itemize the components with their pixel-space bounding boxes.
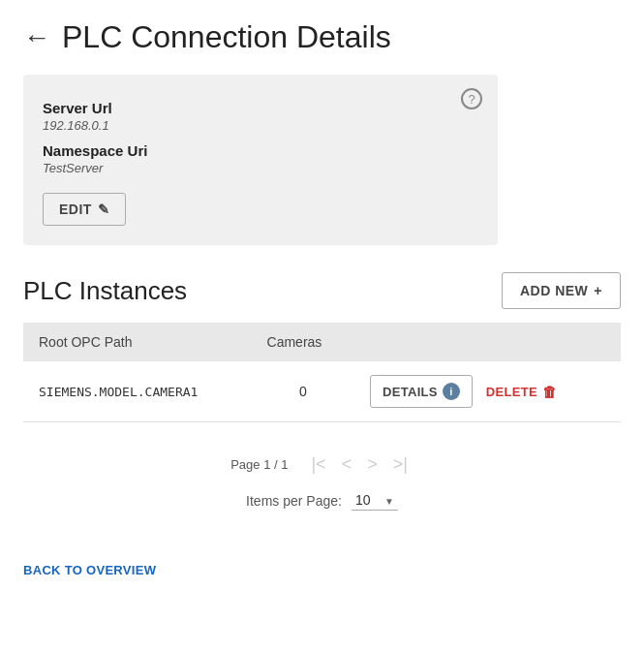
instances-section-header: PLC Instances ADD NEW + <box>23 272 621 309</box>
prev-page-button[interactable]: < <box>336 451 358 477</box>
edit-button-label: EDIT <box>59 202 92 217</box>
trash-icon: 🗑 <box>542 384 557 400</box>
server-url-label: Server Url <box>43 100 478 116</box>
col-root-opc-path: Root OPC Path <box>23 323 252 361</box>
page-title: PLC Connection Details <box>62 19 391 55</box>
table-row: SIEMENS.MODEL.CAMERA10DETAILSiDELETE🗑 <box>23 361 621 422</box>
add-new-button[interactable]: ADD NEW + <box>502 272 621 309</box>
edit-button[interactable]: EDIT ✎ <box>43 193 126 226</box>
pagination-controls: Page 1 / 1 |< < > >| <box>230 451 414 477</box>
delete-label: DELETE <box>486 385 537 399</box>
items-per-page-row: Items per Page: 102550100 <box>246 490 398 511</box>
server-url-value: 192.168.0.1 <box>43 118 478 133</box>
cell-cameras: 0 <box>252 361 355 422</box>
action-cell: DETAILSiDELETE🗑 <box>370 375 605 408</box>
back-arrow-icon[interactable]: ← <box>23 24 50 51</box>
table-body: SIEMENS.MODEL.CAMERA10DETAILSiDELETE🗑 <box>23 361 621 422</box>
next-page-button[interactable]: > <box>361 451 383 477</box>
help-icon[interactable]: ? <box>461 88 482 109</box>
add-new-icon: + <box>594 283 602 298</box>
per-page-wrapper: 102550100 <box>352 490 398 511</box>
cell-opc-path: SIEMENS.MODEL.CAMERA1 <box>23 361 252 422</box>
detail-card: ? Server Url 192.168.0.1 Namespace Uri T… <box>23 75 498 245</box>
namespace-uri-label: Namespace Uri <box>43 142 478 159</box>
details-button[interactable]: DETAILSi <box>370 375 473 408</box>
instances-table: Root OPC Path Cameras SIEMENS.MODEL.CAME… <box>23 323 621 422</box>
delete-button[interactable]: DELETE🗑 <box>482 377 561 407</box>
page-info: Page 1 / 1 <box>230 457 288 472</box>
pagination-area: Page 1 / 1 |< < > >| Items per Page: 102… <box>23 451 621 511</box>
info-icon: i <box>443 383 460 400</box>
instances-section-title: PLC Instances <box>23 276 187 306</box>
cell-actions: DETAILSiDELETE🗑 <box>354 361 621 422</box>
table-header: Root OPC Path Cameras <box>23 323 621 361</box>
back-to-overview-link[interactable]: BACK TO OVERVIEW <box>23 563 156 577</box>
items-per-page-label: Items per Page: <box>246 493 342 509</box>
col-actions <box>354 323 621 361</box>
details-label: DETAILS <box>383 385 438 399</box>
namespace-uri-value: TestServer <box>43 161 478 175</box>
edit-icon: ✎ <box>98 202 110 217</box>
add-new-label: ADD NEW <box>520 283 588 298</box>
first-page-button[interactable]: |< <box>305 451 331 477</box>
per-page-select[interactable]: 102550100 <box>352 490 398 511</box>
footer: BACK TO OVERVIEW <box>23 534 621 578</box>
col-cameras: Cameras <box>252 323 355 361</box>
page-header: ← PLC Connection Details <box>23 19 621 55</box>
last-page-button[interactable]: >| <box>387 451 414 477</box>
